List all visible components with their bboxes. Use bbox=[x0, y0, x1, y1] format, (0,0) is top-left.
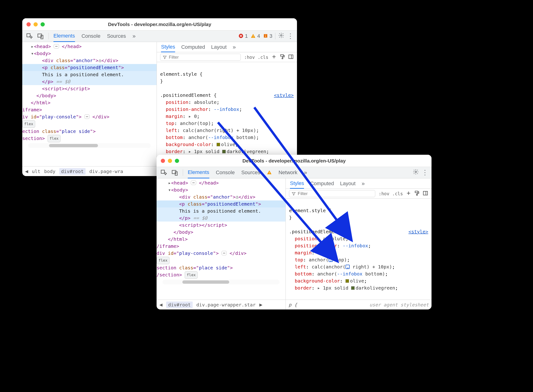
style-source-link[interactable]: <style> bbox=[274, 92, 294, 99]
tab-console[interactable]: Console bbox=[82, 30, 101, 42]
dom-node-head[interactable]: ▸<head> ⋯ </head> bbox=[157, 179, 286, 186]
breadcrumb-item[interactable]: body bbox=[44, 168, 55, 174]
cls-toggle[interactable]: .cls bbox=[258, 55, 268, 60]
dom-node-section[interactable]: section class="place side"> bbox=[157, 264, 286, 271]
breadcrumb-item-selected[interactable]: div#root bbox=[166, 302, 192, 308]
warn-badge[interactable] bbox=[267, 169, 272, 176]
color-swatch-olive[interactable] bbox=[345, 279, 349, 283]
dom-node-body[interactable]: ▾<body> bbox=[157, 186, 286, 193]
tab-sources[interactable]: Sources bbox=[107, 30, 126, 42]
dom-node-body-close[interactable]: </body> bbox=[22, 92, 157, 99]
inspect-icon[interactable] bbox=[26, 33, 32, 39]
dom-tree[interactable]: ▸<head> ⋯ </head> ▾<body> <div class="an… bbox=[157, 178, 286, 300]
paint-icon[interactable] bbox=[414, 190, 420, 197]
tab-console[interactable]: Console bbox=[216, 167, 235, 178]
tabs-overflow-icon[interactable]: » bbox=[132, 30, 135, 42]
tabs-overflow-icon[interactable]: » bbox=[304, 167, 307, 178]
subtabs-overflow-icon[interactable]: » bbox=[233, 44, 236, 50]
hov-toggle[interactable]: :hov bbox=[244, 55, 255, 60]
breadcrumb-item[interactable]: div.page-wra bbox=[89, 168, 123, 174]
close-icon[interactable] bbox=[27, 22, 31, 27]
dom-flex-badge-row[interactable]: flex bbox=[22, 120, 157, 128]
breadcrumb-item-selected[interactable]: div#root bbox=[59, 168, 86, 175]
new-rule-icon[interactable] bbox=[271, 54, 277, 61]
filter-input[interactable]: Filter bbox=[160, 54, 241, 61]
inspect-icon[interactable] bbox=[160, 169, 167, 176]
breadcrumb-left-icon[interactable]: ◀ bbox=[159, 302, 162, 308]
subtabs-overflow-icon[interactable]: » bbox=[362, 180, 365, 187]
color-swatch-darkolivegreen[interactable] bbox=[222, 150, 226, 153]
tab-elements[interactable]: Elements bbox=[188, 167, 209, 178]
dom-node-script[interactable]: <script></script> bbox=[22, 85, 157, 92]
subtab-styles[interactable]: Styles bbox=[161, 42, 175, 52]
dom-node-p-close[interactable]: </p> == $0 bbox=[157, 215, 286, 222]
maximize-icon[interactable] bbox=[175, 159, 179, 163]
cls-toggle[interactable]: .cls bbox=[392, 191, 403, 196]
info-badge[interactable]: 3 bbox=[263, 33, 272, 39]
tab-network[interactable]: Network bbox=[278, 167, 297, 178]
breadcrumb-left-icon[interactable]: ◀ bbox=[25, 168, 28, 174]
dom-node-html-close[interactable]: </html> bbox=[157, 236, 286, 243]
more-icon[interactable]: ⋮ bbox=[287, 33, 294, 39]
dom-node-section[interactable]: ection class="place side"> bbox=[22, 128, 157, 135]
paint-icon[interactable] bbox=[280, 54, 285, 61]
subtab-layout[interactable]: Layout bbox=[211, 44, 227, 50]
device-icon[interactable] bbox=[171, 169, 178, 176]
dom-node-p-selected[interactable]: <p class="positionedElement"> bbox=[157, 201, 286, 207]
horizontal-scrollbar[interactable] bbox=[28, 143, 151, 148]
color-swatch-darkolivegreen[interactable] bbox=[351, 286, 355, 290]
settings-icon[interactable] bbox=[413, 169, 419, 176]
dom-flex-badge-row[interactable]: flex bbox=[157, 257, 286, 264]
filter-input[interactable]: Filter bbox=[289, 190, 375, 197]
breadcrumb-item[interactable]: div.page-wrapper.star bbox=[196, 302, 256, 308]
subtab-layout[interactable]: Layout bbox=[340, 181, 356, 187]
dom-node-section-close[interactable]: section> flex bbox=[22, 135, 157, 142]
dom-node-div-anchor[interactable]: <div class="anchor">⚓</div> bbox=[157, 193, 286, 201]
panel-toggle-icon[interactable] bbox=[423, 190, 428, 197]
titlebar[interactable]: DevTools - developer.mozilla.org/en-US/p… bbox=[157, 155, 431, 167]
titlebar[interactable]: DevTools - developer.mozilla.org/en-US/p… bbox=[22, 18, 297, 30]
maximize-icon[interactable] bbox=[41, 22, 45, 27]
more-icon[interactable]: ⋮ bbox=[422, 169, 428, 176]
dom-node-div-anchor[interactable]: <div class="anchor">⚓</div> bbox=[22, 57, 157, 64]
subtab-computed[interactable]: Computed bbox=[310, 181, 334, 187]
hov-toggle[interactable]: :hov bbox=[379, 191, 389, 196]
dom-node-html-close[interactable]: </html> bbox=[22, 99, 157, 106]
new-rule-icon[interactable] bbox=[406, 190, 411, 197]
dom-node-p-text[interactable]: This is a positioned element. bbox=[22, 71, 157, 78]
panel-toggle-icon[interactable] bbox=[288, 54, 294, 61]
dom-node-p-close[interactable]: </p> == $0 bbox=[22, 78, 157, 85]
dom-node-p-selected[interactable]: <p class="positionedElement"> bbox=[22, 64, 157, 71]
styles-body[interactable]: element.style { } .positionedElement {<s… bbox=[157, 62, 297, 166]
dom-node-script[interactable]: <script></script> bbox=[157, 222, 286, 229]
tab-sources[interactable]: Sources bbox=[241, 167, 260, 178]
dom-node-play-console[interactable]: iv id="play-console"> ⋯ </div> bbox=[22, 113, 157, 120]
dom-tree[interactable]: ▸<head> ⋯ </head> ▾<body> <div class="an… bbox=[22, 42, 157, 166]
dom-node-body[interactable]: ▾<body> bbox=[22, 50, 157, 57]
breadcrumb-item[interactable]: ult bbox=[32, 168, 40, 174]
styles-body[interactable]: element.style { } .positionedElement {<s… bbox=[286, 199, 431, 300]
open-link-icon[interactable] bbox=[345, 265, 350, 269]
close-icon[interactable] bbox=[161, 159, 165, 163]
device-icon[interactable] bbox=[37, 33, 44, 39]
dom-node-body-close[interactable]: </body> bbox=[157, 229, 286, 236]
minimize-icon[interactable] bbox=[33, 22, 38, 27]
error-badge[interactable]: 1 bbox=[238, 33, 248, 39]
subtab-styles[interactable]: Styles bbox=[290, 179, 304, 189]
dom-node-p-text[interactable]: This is a positioned element. bbox=[157, 207, 286, 215]
dom-node-head[interactable]: ▸<head> ⋯ </head> bbox=[22, 43, 157, 50]
dom-node-section-close[interactable]: /section> flex bbox=[157, 271, 286, 279]
color-swatch-olive[interactable] bbox=[217, 143, 220, 146]
breadcrumb-right-icon[interactable]: ▶ bbox=[259, 302, 262, 308]
dom-node-iframe-close[interactable]: /iframe> bbox=[157, 243, 286, 250]
style-source-link[interactable]: <style> bbox=[408, 228, 428, 235]
warn-badge[interactable]: 4 bbox=[250, 33, 260, 39]
dom-node-play-console[interactable]: div id="play-console"> ⋯ </div> bbox=[157, 250, 286, 257]
settings-icon[interactable] bbox=[278, 32, 284, 40]
minimize-icon[interactable] bbox=[168, 159, 172, 163]
open-link-icon[interactable] bbox=[329, 258, 333, 262]
subtab-computed[interactable]: Computed bbox=[181, 44, 205, 50]
tab-elements[interactable]: Elements bbox=[53, 31, 75, 42]
dom-node-iframe-close[interactable]: iframe> bbox=[22, 106, 157, 113]
horizontal-scrollbar[interactable] bbox=[162, 280, 280, 284]
